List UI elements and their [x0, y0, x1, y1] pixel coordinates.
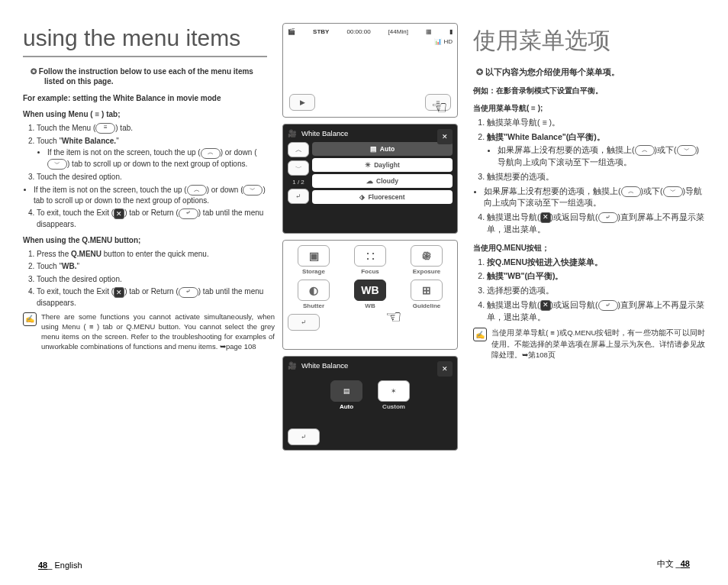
up-icon: ︿ [635, 145, 655, 156]
qmenu-guideline[interactable]: ⊞Guideline [401, 280, 453, 309]
menu-button[interactable]: ≡ [425, 94, 451, 111]
close-button[interactable]: ✕ [437, 129, 453, 144]
footer-right: 中文 _48 [657, 558, 690, 570]
battery-icon: ▮ [449, 28, 453, 35]
screen-wb-result: 🎥White Balance ✕ ▤ Auto ✶ Custom ⤶ [282, 356, 458, 451]
note-cn: ✍ 当使用菜单导航( ≡ )或Q.MENU按钮时，有一些功能不可以同时使用。不能… [473, 328, 705, 360]
wb-custom-tile[interactable]: ✶ [378, 380, 410, 402]
section1-head-en: When using Menu ( ≡ ) tab; [23, 109, 275, 120]
return-button[interactable]: ⤶ [288, 189, 309, 204]
camera-icon: 🎥 [288, 129, 297, 137]
section2-head-en: When using the Q.MENU button; [23, 235, 275, 246]
qmenu-focus[interactable]: ⸬Focus [344, 245, 396, 275]
scroll-down-button[interactable]: ﹀ [288, 160, 309, 176]
screen-standby: 🎬 STBY 00:00:00 [44Min] ▦ ▮ 📊 HD ▶ ≡ ☜ [282, 23, 458, 118]
section1-head-cn: 当使用菜单导航( ≡ ); [473, 102, 705, 114]
down-icon: ﹀ [677, 145, 697, 156]
screen-qmenu: ▣Storage ⸬Focus ֍Exposure ◐Shutter WBWB … [282, 240, 458, 350]
step-2: Touch "White Balance." If the item is no… [37, 136, 275, 170]
footer-left: 48_ English [38, 561, 82, 570]
wb-daylight[interactable]: ☀ Daylight [312, 158, 453, 172]
steps-en-2: Press the Q.MENU button to enter the qui… [23, 249, 275, 308]
step-3: Touch the desired option. [37, 172, 275, 183]
section2-head-cn: 当使用Q.MENU按钮； [473, 242, 705, 254]
menu-icon: ≡ [95, 123, 115, 134]
return-button[interactable]: ⤶ [288, 314, 320, 331]
return-icon: ⤶ [598, 300, 618, 311]
note-icon: ✍ [473, 328, 487, 341]
exit-icon: ✕ [114, 208, 124, 219]
example-cn: 例如：在影音录制模式下设置白平衡。 [473, 85, 705, 96]
qmenu-wb[interactable]: WBWB [344, 280, 396, 309]
steps-cn-1: 触摸菜单导航( ≡ )。 触摸"White Balance"(白平衡)。 如果屏… [473, 117, 705, 236]
wb-fluorescent[interactable]: ⬗ Fluorescent [312, 190, 453, 204]
page-indicator: 1 / 2 [292, 179, 304, 186]
up-icon: ︿ [621, 186, 641, 197]
steps-cn-2: 按Q.MENU按钮进入快捷菜单。 触摸"WB"(白平衡)。 选择想要的选项。 触… [473, 257, 705, 324]
title-chinese: 使用菜单选项 [473, 23, 705, 57]
exit-icon: ✕ [114, 287, 124, 298]
title-english: using the menu items [23, 23, 267, 57]
return-button[interactable]: ⤶ [288, 428, 320, 445]
card-icon: ▦ [426, 28, 432, 35]
note-icon: ✍ [23, 312, 37, 326]
screen-wb-list: 🎥White Balance ✕ ︿ ﹀ 1 / 2 ⤶ ▤ Auto ☀ Da… [282, 124, 458, 234]
return-icon: ⤶ [598, 212, 618, 223]
qmenu-storage[interactable]: ▣Storage [288, 245, 340, 275]
rec-icon: 🎬 [288, 28, 295, 35]
example-en: For example: setting the White Balance i… [23, 93, 275, 104]
up-icon: ︿ [187, 185, 207, 196]
qmenu-shutter[interactable]: ◐Shutter [288, 280, 340, 309]
wb-auto-tile[interactable]: ▤ [330, 380, 362, 402]
steps-en-1: Touch the Menu (≡) tab. Touch "White Bal… [23, 123, 275, 230]
lead-en: Follow the instruction below to use each… [44, 66, 275, 87]
camera-icon: 🎥 [288, 361, 297, 370]
play-button[interactable]: ▶ [289, 94, 315, 111]
wb-cloudy[interactable]: ☁ Cloudy [312, 174, 453, 188]
down-icon: ﹀ [663, 186, 683, 197]
scroll-up-button[interactable]: ︿ [288, 142, 309, 157]
down-icon: ﹀ [243, 185, 263, 196]
qmenu-exposure[interactable]: ֍Exposure [401, 245, 453, 275]
lead-cn: 以下内容为您介绍使用每个菜单项。 [490, 66, 705, 79]
up-icon: ︿ [201, 148, 221, 159]
note-en: ✍ There are some functions you cannot ac… [23, 312, 275, 351]
return-icon: ⤶ [179, 287, 198, 298]
down-icon: ﹀ [47, 159, 67, 170]
hand-pointer-icon: ☜ [385, 306, 402, 328]
exit-icon: ✕ [540, 300, 551, 311]
return-icon: ⤶ [179, 208, 198, 219]
exit-icon: ✕ [540, 212, 551, 223]
step-4: To exit, touch the Exit (✕) tab or Retur… [37, 208, 275, 229]
close-button[interactable]: ✕ [437, 361, 453, 377]
wb-auto[interactable]: ▤ Auto [312, 142, 453, 156]
step-1: Touch the Menu (≡) tab. [37, 123, 275, 134]
